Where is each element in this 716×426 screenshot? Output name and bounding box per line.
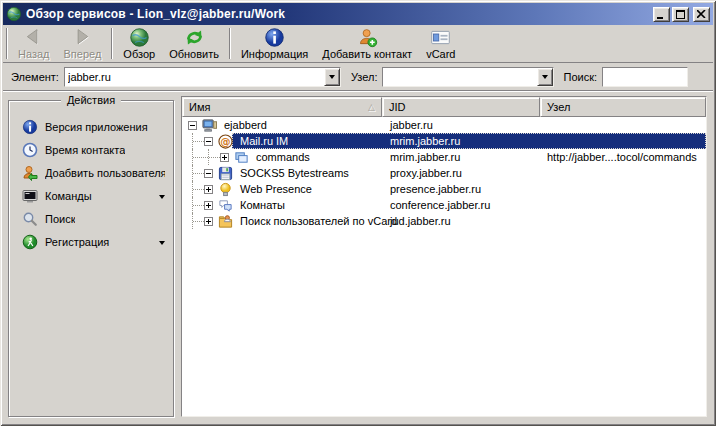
table-row[interactable]: SOCKS5 Bytestreamsproxy.jabber.ru [182,165,706,181]
service-discovery-window: Обзор сервисов - Lion_vlz@jabber.ru/Work… [0,0,716,426]
toolbar-button-label: Добавить контакт [322,48,412,60]
svg-text:@: @ [220,135,230,147]
service-jid: jabber.ru [382,117,540,133]
toolbar-button-globe[interactable]: Обзор [116,26,162,61]
collapse-toggle[interactable] [204,169,213,178]
service-jid: conference.jabber.ru [382,197,540,213]
toolbar-button-vcard[interactable]: vCard [419,26,462,61]
folder-user-icon [217,213,233,229]
service-name: commands [254,151,312,163]
table-row[interactable]: commandsmrim.jabber.ruhttp://jabber....t… [182,149,706,165]
add-contact-icon [357,27,378,47]
action-item-label: Регистрация [45,236,109,248]
column-header-label: JID [389,101,406,113]
toolbar-separator [229,28,231,59]
minimize-icon [657,10,666,19]
node-dropdown-button[interactable] [537,68,553,86]
collapse-toggle[interactable] [188,121,197,130]
toolbar-separator [6,28,8,59]
service-node [540,181,706,197]
expand-toggle[interactable] [220,153,229,162]
expand-toggle[interactable] [204,185,213,194]
service-name: Поиск пользователей по vCard [238,215,399,227]
column-header-node[interactable]: Узел [540,97,706,117]
service-node [540,133,706,149]
element-dropdown-button[interactable] [324,68,340,86]
search-field[interactable] [602,67,688,87]
service-node [540,197,706,213]
toolbar-button-label: Обзор [123,48,155,60]
minimize-button[interactable] [653,7,670,22]
service-jid: presence.jabber.ru [382,181,540,197]
element-label: Элемент: [11,71,59,83]
action-item-label: Доабвить пользователя [45,167,165,179]
table-row[interactable]: ejabberdjabber.ru [182,117,706,133]
expand-toggle[interactable] [204,217,213,226]
table-row[interactable]: Web Presencepresence.jabber.ru [182,181,706,197]
element-input[interactable] [65,68,324,86]
search-icon [21,210,38,227]
close-button[interactable] [693,7,710,22]
action-item-add-user[interactable]: Доабвить пользователя [9,161,173,184]
toolbar-separator [111,28,113,59]
tree-guide-line [208,149,209,165]
table-row[interactable]: Поиск пользователей по vCardjud.jabber.r… [182,213,706,229]
service-jid: proxy.jabber.ru [382,165,540,181]
chevron-down-icon[interactable] [159,241,165,248]
titlebar[interactable]: Обзор сервисов - Lion_vlz@jabber.ru/Work [3,3,713,25]
expand-toggle[interactable] [204,201,213,210]
node-combobox[interactable] [382,67,554,87]
toolbar-button-add-contact[interactable]: Добавить контакт [315,26,419,61]
actions-panel: Действия Версия приложенияВремя контакта… [8,100,174,417]
table-body[interactable]: ejabberdjabber.ru@Mail.ru IMmrim.jabber.… [182,117,706,416]
toolbar-button-label: Обновить [169,48,219,60]
service-name: SOCKS5 Bytestreams [238,167,351,179]
toolbar-button-label: Назад [18,48,50,60]
toolbar-button-label: Информация [241,48,308,60]
service-node [540,213,706,229]
maximize-button[interactable] [672,7,689,22]
chevron-down-icon[interactable] [159,195,165,202]
column-header-name[interactable]: Имя△ [182,97,382,117]
table-row[interactable]: @Mail.ru IMmrim.jabber.ru [182,133,706,149]
service-name: ejabberd [222,119,269,131]
search-input[interactable] [603,68,687,86]
floppy-icon [217,165,233,181]
toolbar-button-forward-arrow: Вперед [57,26,109,61]
table-row[interactable]: Комнатыconference.jabber.ru [182,197,706,213]
service-name: Web Presence [238,183,314,195]
table-header: Имя△JIDУзел [182,97,706,117]
tree-guide-line [193,205,204,206]
action-item-register[interactable]: Регистрация [9,230,173,253]
action-item-search[interactable]: Поиск [9,207,173,230]
search-label: Поиск: [563,71,597,83]
service-node: http://jabber....tocol/commands [540,149,706,165]
toolbar-button-refresh[interactable]: Обновить [162,26,226,61]
collapse-toggle[interactable] [204,137,213,146]
action-item-label: Поиск [45,213,75,225]
info-small-icon [21,118,38,135]
action-item-terminal[interactable]: Команды [9,184,173,207]
chevron-down-icon [329,75,335,82]
element-combobox[interactable] [64,67,341,87]
action-item-clock[interactable]: Время контакта [9,138,173,161]
window-title: Обзор сервисов - Lion_vlz@jabber.ru/Work [26,7,651,21]
tree-guide-line [193,173,204,174]
address-bar: Элемент: Узел: Поиск: [3,63,713,91]
tree-guide-line [193,141,204,142]
refresh-icon [184,27,205,47]
service-jid: jud.jabber.ru [382,213,540,229]
clock-icon [21,141,38,158]
service-name: Комнаты [238,199,287,211]
action-item-info-small[interactable]: Версия приложения [9,115,173,138]
toolbar-button-info[interactable]: Информация [234,26,315,61]
app-globe-icon [6,6,22,22]
sort-ascending-icon: △ [368,103,375,112]
close-icon [697,10,706,18]
computer-icon [201,117,217,133]
column-header-jid[interactable]: JID [382,97,540,117]
tree-guide-line [193,221,204,222]
register-icon [21,233,38,250]
node-input[interactable] [383,68,537,86]
actions-list: Версия приложенияВремя контактаДоабвить … [9,115,173,253]
